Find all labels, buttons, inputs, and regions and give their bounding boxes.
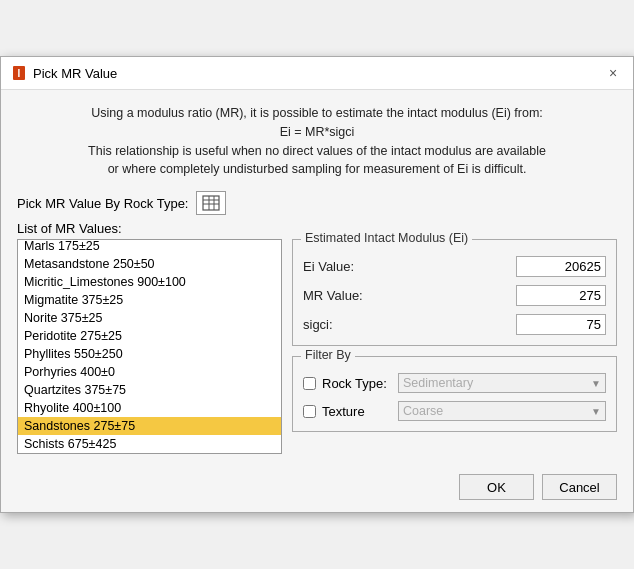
- texture-checkbox[interactable]: [303, 405, 316, 418]
- sigci-label: sigci:: [303, 317, 333, 332]
- bottom-bar: OK Cancel: [1, 466, 633, 512]
- svg-text:I: I: [18, 68, 21, 79]
- mr-values-list[interactable]: Marble 850±150Marls 175±25Metasandstone …: [17, 239, 282, 454]
- texture-label: Texture: [322, 404, 392, 419]
- desc-line3: This relationship is useful when no dire…: [17, 142, 617, 161]
- list-item[interactable]: Metasandstone 250±50: [18, 255, 281, 273]
- list-item[interactable]: Quartzites 375±75: [18, 381, 281, 399]
- sigci-input[interactable]: [516, 314, 606, 335]
- texture-dropdown[interactable]: Coarse ▼: [398, 401, 606, 421]
- filter-group: Filter By Rock Type: Sedimentary ▼ Textu…: [292, 356, 617, 432]
- pick-mr-dialog: I Pick MR Value × Using a modulus ratio …: [0, 56, 634, 513]
- rock-type-label: Rock Type:: [322, 376, 392, 391]
- rock-type-dropdown[interactable]: Sedimentary ▼: [398, 373, 606, 393]
- rock-type-filter-row: Rock Type: Sedimentary ▼: [303, 373, 606, 393]
- desc-line1: Using a modulus ratio (MR), it is possib…: [17, 104, 617, 123]
- table-icon: [202, 195, 220, 211]
- desc-line4: or where completely undisturbed sampling…: [17, 160, 617, 179]
- rock-type-checkbox[interactable]: [303, 377, 316, 390]
- pick-label: Pick MR Value By Rock Type:: [17, 196, 188, 211]
- ei-value-input[interactable]: [516, 256, 606, 277]
- svg-rect-2: [203, 196, 219, 210]
- texture-value: Coarse: [403, 404, 443, 418]
- rock-type-arrow-icon: ▼: [591, 378, 601, 389]
- dialog-title: Pick MR Value: [33, 66, 117, 81]
- sigci-row: sigci:: [303, 314, 606, 335]
- rock-type-value: Sedimentary: [403, 376, 473, 390]
- dialog-body: Using a modulus ratio (MR), it is possib…: [1, 90, 633, 466]
- mr-value-input[interactable]: [516, 285, 606, 306]
- main-content: Marble 850±150Marls 175±25Metasandstone …: [17, 239, 617, 454]
- right-panel: Estimated Intact Modulus (Ei) Ei Value: …: [292, 239, 617, 454]
- dialog-icon: I: [11, 65, 27, 81]
- ei-label: Ei Value:: [303, 259, 354, 274]
- texture-arrow-icon: ▼: [591, 406, 601, 417]
- mr-value-row: MR Value:: [303, 285, 606, 306]
- description: Using a modulus ratio (MR), it is possib…: [17, 104, 617, 179]
- estimated-group-title: Estimated Intact Modulus (Ei): [301, 231, 472, 245]
- estimated-modulus-group: Estimated Intact Modulus (Ei) Ei Value: …: [292, 239, 617, 346]
- desc-line2: Ei = MR*sigci: [17, 123, 617, 142]
- list-item[interactable]: Rhyolite 400±100: [18, 399, 281, 417]
- list-panel: Marble 850±150Marls 175±25Metasandstone …: [17, 239, 282, 454]
- list-item[interactable]: Marls 175±25: [18, 239, 281, 255]
- list-item[interactable]: Peridotite 275±25: [18, 327, 281, 345]
- mr-label: MR Value:: [303, 288, 363, 303]
- list-item[interactable]: Schists 675±425: [18, 435, 281, 453]
- texture-filter-row: Texture Coarse ▼: [303, 401, 606, 421]
- list-item[interactable]: Porhyries 400±0: [18, 363, 281, 381]
- ok-button[interactable]: OK: [459, 474, 534, 500]
- close-button[interactable]: ×: [603, 63, 623, 83]
- cancel-button[interactable]: Cancel: [542, 474, 617, 500]
- list-item[interactable]: Phyllites 550±250: [18, 345, 281, 363]
- list-item[interactable]: Norite 375±25: [18, 309, 281, 327]
- pick-row: Pick MR Value By Rock Type:: [17, 191, 617, 215]
- list-item[interactable]: Migmatite 375±25: [18, 291, 281, 309]
- list-item[interactable]: Sandstones 275±75: [18, 417, 281, 435]
- pick-by-rock-type-button[interactable]: [196, 191, 226, 215]
- list-item[interactable]: Micritic_Limestones 900±100: [18, 273, 281, 291]
- filter-group-title: Filter By: [301, 348, 355, 362]
- title-bar: I Pick MR Value ×: [1, 57, 633, 90]
- ei-value-row: Ei Value:: [303, 256, 606, 277]
- title-bar-left: I Pick MR Value: [11, 65, 117, 81]
